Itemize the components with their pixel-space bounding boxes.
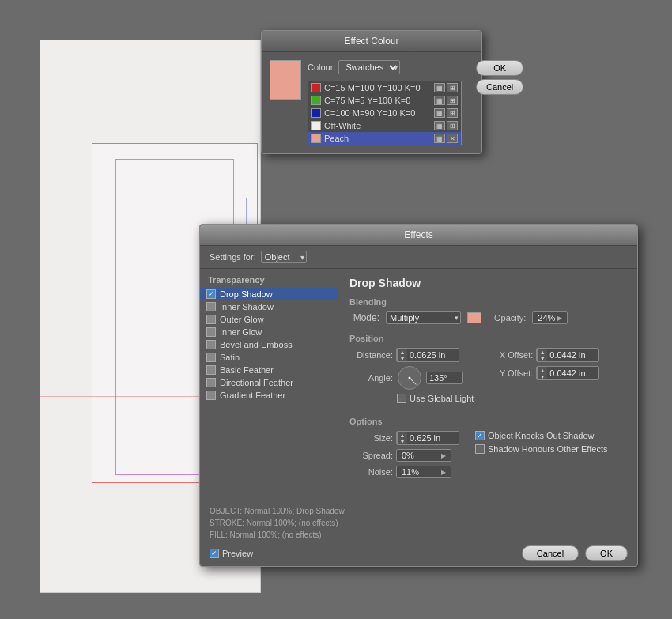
swatch-dot-blue bbox=[311, 108, 321, 118]
settings-for-label: Settings for: bbox=[210, 252, 256, 262]
spread-label: Spread: bbox=[349, 451, 393, 460]
object-knocks-label[interactable]: Object Knocks Out Shadow bbox=[475, 431, 607, 440]
y-offset-down[interactable]: ▼ bbox=[538, 373, 547, 379]
swatch-icon-1: ▦ bbox=[434, 83, 445, 92]
inner-shadow-checkbox[interactable] bbox=[206, 302, 216, 311]
swatch-icon-8: ⊞ bbox=[447, 121, 458, 130]
bevel-emboss-checkbox[interactable] bbox=[206, 340, 216, 349]
distance-input[interactable] bbox=[407, 349, 459, 360]
distance-up[interactable]: ▲ bbox=[398, 349, 407, 355]
effect-item-drop-shadow[interactable]: Drop Shadow bbox=[200, 288, 338, 300]
swatch-icon-5: ▦ bbox=[434, 108, 445, 118]
swatch-dot-red bbox=[311, 83, 321, 92]
satin-checkbox[interactable] bbox=[206, 353, 216, 362]
inner-glow-checkbox[interactable] bbox=[206, 327, 216, 337]
swatch-item[interactable]: C=15 M=100 Y=100 K=0 ▦ ⊞ bbox=[308, 81, 461, 94]
effect-item-inner-glow[interactable]: Inner Glow bbox=[200, 326, 338, 338]
shadow-honours-label[interactable]: Shadow Honours Other Effects bbox=[475, 444, 607, 454]
settings-for-select[interactable]: Object bbox=[261, 251, 307, 263]
use-global-light-checkbox[interactable] bbox=[397, 394, 406, 403]
size-up[interactable]: ▲ bbox=[398, 432, 407, 438]
y-offset-field[interactable]: ▲ ▼ bbox=[536, 366, 599, 380]
use-global-light-label[interactable]: Use Global Light bbox=[397, 394, 474, 403]
swatch-item-peach[interactable]: Peach ▦ ✕ bbox=[308, 132, 461, 145]
swatch-dot-peach bbox=[311, 134, 321, 143]
swatch-dot-green bbox=[311, 96, 321, 105]
opacity-field[interactable]: 24% ▶ bbox=[532, 311, 568, 324]
effect-item-inner-shadow[interactable]: Inner Shadow bbox=[200, 300, 338, 313]
effects-buttons: Cancel OK bbox=[522, 545, 628, 561]
swatch-name-4: Off-White bbox=[324, 121, 361, 130]
effect-item-basic-feather[interactable]: Basic Feather bbox=[200, 364, 338, 376]
swatch-item[interactable]: C=75 M=5 Y=100 K=0 ▦ ⊞ bbox=[308, 94, 461, 107]
noise-field[interactable]: 11% ▶ bbox=[396, 466, 451, 478]
blend-mode-select[interactable]: Multiply bbox=[386, 311, 461, 324]
preview-label[interactable]: Preview bbox=[210, 549, 253, 558]
colour-mode-select[interactable]: Swatches bbox=[338, 60, 400, 74]
x-offset-up[interactable]: ▲ bbox=[538, 349, 547, 355]
effects-right-panel: Drop Shadow Blending Mode: Multiply Opac… bbox=[338, 269, 637, 500]
y-offset-up[interactable]: ▲ bbox=[538, 367, 547, 373]
effects-title: Effects bbox=[200, 225, 637, 246]
size-input[interactable] bbox=[407, 432, 459, 443]
swatch-name-2: C=75 M=5 Y=100 K=0 bbox=[324, 96, 410, 105]
spread-field[interactable]: 0% ▶ bbox=[396, 449, 451, 462]
swatch-item[interactable]: C=100 M=90 Y=10 K=0 ▦ ⊞ bbox=[308, 107, 461, 119]
x-offset-field[interactable]: ▲ ▼ bbox=[536, 348, 599, 362]
effect-colour-buttons: OK Cancel bbox=[470, 52, 530, 153]
basic-feather-checkbox[interactable] bbox=[206, 365, 216, 375]
size-label: Size: bbox=[349, 433, 393, 443]
effects-cancel-button[interactable]: Cancel bbox=[522, 545, 579, 561]
effect-colour-dialog: Effect Colour Colour: Swatches bbox=[261, 30, 482, 154]
x-offset-input[interactable] bbox=[547, 349, 598, 360]
angle-input[interactable] bbox=[427, 372, 462, 383]
directional-feather-checkbox[interactable] bbox=[206, 378, 216, 387]
y-offset-label: Y Offset: bbox=[489, 368, 533, 378]
opacity-label: Opacity: bbox=[494, 313, 526, 323]
gradient-feather-checkbox[interactable] bbox=[206, 391, 216, 400]
swatch-item[interactable]: Off-White ▦ ⊞ bbox=[308, 119, 461, 132]
distance-down[interactable]: ▼ bbox=[398, 355, 407, 361]
distance-field[interactable]: ▲ ▼ bbox=[396, 348, 459, 362]
object-knocks-checkbox[interactable] bbox=[475, 431, 485, 440]
colour-swatch-preview[interactable] bbox=[270, 60, 301, 100]
effect-item-satin[interactable]: Satin bbox=[200, 351, 338, 364]
shadow-honours-checkbox[interactable] bbox=[475, 444, 485, 454]
options-section-title: Options bbox=[349, 417, 626, 426]
swatch-icon-10: ✕ bbox=[447, 134, 458, 143]
colour-label: Colour: bbox=[308, 62, 335, 72]
size-down[interactable]: ▼ bbox=[398, 438, 407, 444]
size-field[interactable]: ▲ ▼ bbox=[396, 431, 459, 445]
angle-field[interactable] bbox=[426, 372, 463, 384]
effects-footer-info: OBJECT: Normal 100%; Drop Shadow STROKE:… bbox=[210, 505, 628, 541]
effect-item-gradient-feather[interactable]: Gradient Feather bbox=[200, 389, 338, 402]
noise-label: Noise: bbox=[349, 467, 393, 477]
effects-left-panel: Transparency Drop Shadow Inner Shadow Ou… bbox=[200, 269, 338, 500]
swatch-icon-6: ⊞ bbox=[447, 108, 458, 118]
effect-colour-cancel-button[interactable]: Cancel bbox=[476, 79, 523, 95]
swatch-dot-offwhite bbox=[311, 121, 321, 130]
transparency-section-title: Transparency bbox=[200, 274, 338, 288]
effect-item-directional-feather[interactable]: Directional Feather bbox=[200, 376, 338, 389]
blending-section-title: Blending bbox=[349, 297, 626, 307]
angle-dial[interactable] bbox=[398, 366, 421, 390]
effects-ok-button[interactable]: OK bbox=[585, 545, 628, 561]
effect-colour-ok-button[interactable]: OK bbox=[476, 60, 523, 76]
angle-dot bbox=[409, 377, 411, 379]
swatch-name-3: C=100 M=90 Y=10 K=0 bbox=[324, 108, 415, 118]
drop-shadow-checkbox[interactable] bbox=[206, 289, 216, 299]
preview-checkbox[interactable] bbox=[210, 549, 219, 558]
x-offset-down[interactable]: ▼ bbox=[538, 355, 547, 361]
effects-settings-row: Settings for: Object bbox=[200, 246, 637, 269]
blend-colour-swatch[interactable] bbox=[467, 312, 481, 323]
swatch-name-5: Peach bbox=[324, 134, 349, 143]
effect-item-bevel-emboss[interactable]: Bevel and Emboss bbox=[200, 338, 338, 351]
outer-glow-checkbox[interactable] bbox=[206, 315, 216, 324]
effect-item-outer-glow[interactable]: Outer Glow bbox=[200, 313, 338, 326]
x-offset-label: X Offset: bbox=[489, 350, 533, 360]
y-offset-input[interactable] bbox=[547, 368, 598, 379]
mode-label: Mode: bbox=[349, 312, 379, 323]
panel-title: Drop Shadow bbox=[349, 277, 626, 289]
distance-label: Distance: bbox=[349, 350, 393, 360]
swatch-icon-7: ▦ bbox=[434, 121, 445, 130]
